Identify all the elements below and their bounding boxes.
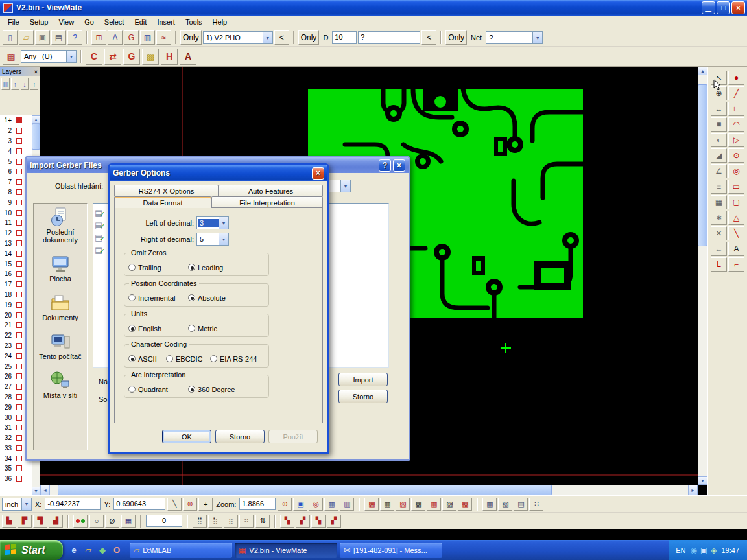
layer-color-box[interactable] [16,220,22,226]
net-select[interactable]: ? ▼ [486,31,543,44]
film-board-icon-1[interactable]: ▙ [2,515,16,528]
pad-tool-icon[interactable]: ● [728,71,744,85]
film-board-icon-3[interactable]: ▜ [33,515,47,528]
cancel-button[interactable]: Storno [338,390,388,403]
star-tool-icon[interactable]: ∗ [711,211,727,225]
canvas-horizontal-scrollbar[interactable]: ◄ ► [40,485,698,495]
zoom-point-icon[interactable]: ⊕ [278,498,292,511]
circle-query-icon[interactable]: Ø [105,515,119,528]
radio-leading[interactable]: Leading [188,264,223,272]
close-button[interactable]: × [731,1,745,14]
checker-icon-3[interactable]: ▚ [311,515,326,528]
radio-english[interactable]: English [128,325,188,332]
task-dmlab[interactable]: ▱ D:\MLAB [130,542,232,558]
layer-color-box[interactable] [16,364,22,369]
layer-color-box[interactable] [16,404,22,410]
tab-rs274x-options[interactable]: RS274-X Options [114,185,219,196]
rect-tool-icon[interactable]: ▭ [728,180,744,194]
layer-color-box[interactable] [16,261,22,267]
layer-row[interactable]: 2 [0,126,32,136]
grid-toggle-icon[interactable]: ▦ [121,515,136,528]
donut-tool-icon[interactable]: ◎ [728,164,744,178]
radio-metric[interactable]: Metric [188,325,217,332]
rounded-rect-tool-icon[interactable]: ▢ [728,195,744,209]
minimize-button[interactable]: ▁ [702,1,715,14]
polygon-tool-icon[interactable]: △ [728,211,744,225]
corner-tool-icon[interactable]: ⌐ [728,257,744,272]
open-file-icon[interactable]: ▱ [19,30,34,45]
row-table-icon[interactable]: ▤ [514,498,528,511]
layer-color-box[interactable] [16,384,22,390]
dot-density-icon-1[interactable]: ⣿ [193,515,207,528]
align-tool-icon[interactable]: ≡ [711,180,727,194]
highlight-button-icon[interactable]: ▩ [142,49,159,65]
import-button[interactable]: Import [338,373,388,386]
dots-table-icon[interactable]: ∷ [529,498,543,511]
layer-color-box[interactable] [16,353,22,359]
chevron-down-icon[interactable]: ▼ [340,180,350,192]
chevron-down-icon[interactable]: ▼ [66,51,76,62]
menu-item[interactable]: Help [208,16,233,28]
layer-row[interactable]: 4 [0,146,32,156]
y-coordinate-field[interactable]: 0.690643 [113,498,165,510]
trace-icon[interactable]: ≈ [156,30,171,45]
help-button[interactable]: ? [379,159,391,172]
dot-density-icon-4[interactable]: ⠶ [239,515,254,528]
zoom-field[interactable]: 1.8866 [239,498,276,510]
scroll-thumb[interactable] [32,124,40,150]
scroll-up-icon[interactable]: ▲ [32,115,40,124]
checker-icon-4[interactable]: ▞ [327,515,341,528]
circle-select-icon[interactable]: ○ [89,515,104,528]
menu-item[interactable]: Tools [180,16,208,28]
menu-item[interactable]: Setup [25,16,54,28]
layer-color-box[interactable] [16,373,22,379]
layer-color-box[interactable] [16,179,22,185]
film-board-icon-4[interactable]: ▟ [49,515,63,528]
folder-quicklaunch-icon[interactable]: ▱ [82,544,94,556]
dot-density-icon-3[interactable]: ⣶ [224,515,238,528]
scroll-down-icon[interactable]: ▼ [32,487,40,495]
layer-color-box[interactable] [16,210,22,216]
l-shape-tool-icon[interactable]: L [711,257,727,272]
layer-color-box[interactable] [16,189,22,195]
layer-row[interactable]: 1+ [0,115,32,126]
layer-color-box[interactable] [16,128,22,134]
scroll-track[interactable] [50,485,688,495]
menu-item[interactable]: View [53,16,79,28]
tab-data-format[interactable]: Data Format [114,196,211,208]
film-icon-2[interactable]: ▦ [380,498,394,511]
chevron-down-icon[interactable]: ▼ [219,217,228,229]
film-icon-1[interactable]: ▩ [364,498,379,511]
circle-tool-icon[interactable]: ⊙ [728,148,744,163]
arc-tool-icon[interactable]: ◠ [728,117,744,132]
layer-color-box[interactable] [16,159,22,165]
layer-color-box[interactable] [16,343,22,349]
layer-lower-button[interactable]: ↓ [21,78,29,90]
pencil-tool-icon[interactable]: ╲ [728,226,744,240]
dcode-query-input[interactable]: ? [358,31,420,44]
film-icon-7[interactable]: ▩ [458,498,472,511]
swap-button-icon[interactable]: ⇄ [104,49,121,65]
place-recent-documents[interactable]: Poslední dokumenty [34,207,87,244]
film-board-icon-2[interactable]: ▛ [18,515,32,528]
place-desktop[interactable]: Plocha [34,254,87,283]
any-select[interactable]: Any (U) ▼ [21,50,77,63]
device-tray-icon[interactable]: ◈ [711,546,717,555]
only-net-button[interactable]: Only [445,30,467,45]
diagonal-measure-icon[interactable]: ╲ [167,498,182,511]
menu-item[interactable]: File [3,16,25,28]
layer-raise-button[interactable]: ↑ [11,78,19,90]
layer-color-box[interactable] [16,456,22,461]
close-button[interactable]: × [312,167,324,180]
aperture-grid-icon[interactable]: ▩ [3,49,19,65]
prev-layer-button[interactable]: < [274,30,289,45]
polyline-tool-icon[interactable]: ∟ [728,102,744,116]
pan-tool-icon[interactable]: ↔ [711,102,727,116]
layer-color-box[interactable] [16,312,22,318]
file-list-item[interactable]: ▤ ✓ [95,233,105,243]
mirror-tool-icon[interactable]: ◐ [711,133,727,147]
radio-incremental[interactable]: Incremental [128,294,188,302]
place-my-computer[interactable]: Tento počítač [34,332,87,360]
text-tool-icon[interactable]: A [728,242,744,256]
triangle-tool-icon[interactable]: ▷ [728,133,744,147]
